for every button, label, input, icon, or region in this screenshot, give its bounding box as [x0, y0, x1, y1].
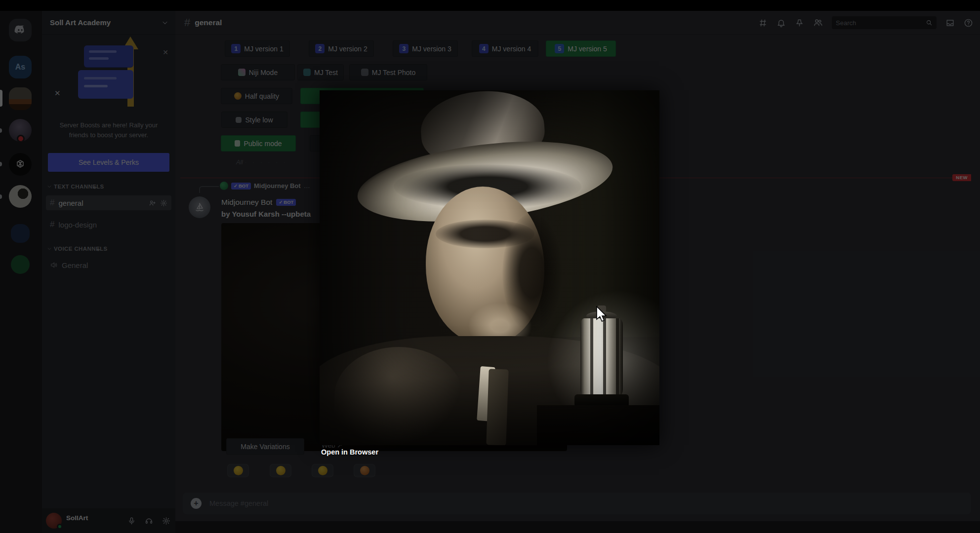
lightbox-scrim[interactable] [0, 11, 980, 533]
open-in-browser-link[interactable]: Open in Browser [321, 448, 378, 456]
